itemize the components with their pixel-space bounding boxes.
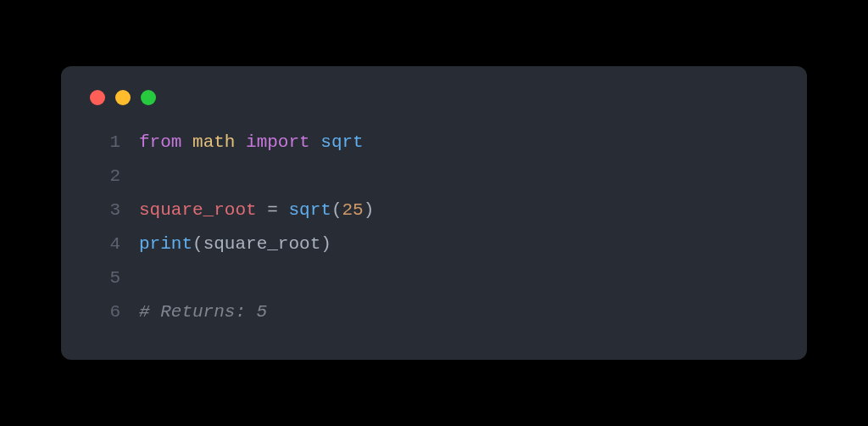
code-token: ) — [364, 200, 375, 220]
code-line: 5 — [88, 261, 780, 295]
code-line: 4print(square_root) — [88, 227, 780, 261]
line-number: 2 — [88, 160, 120, 193]
code-token: # Returns: 5 — [139, 302, 267, 322]
line-content: print(square_root) — [120, 227, 331, 261]
close-icon[interactable] — [90, 90, 105, 105]
line-number: 3 — [88, 193, 120, 227]
code-token: math — [192, 132, 235, 152]
code-editor-window: 1from math import sqrt2 3square_root = s… — [61, 66, 807, 359]
code-token: import — [246, 132, 310, 152]
minimize-icon[interactable] — [115, 90, 131, 105]
line-content: square_root = sqrt(25) — [120, 193, 374, 227]
code-token: print — [139, 234, 192, 254]
line-number: 4 — [88, 227, 120, 261]
code-token: square_root — [203, 234, 321, 254]
line-number: 6 — [88, 295, 120, 329]
code-area: 1from math import sqrt2 3square_root = s… — [88, 126, 780, 328]
code-token: ( — [331, 200, 342, 220]
code-token — [310, 132, 321, 152]
code-line: 2 — [88, 160, 780, 193]
code-token: sqrt — [320, 132, 363, 152]
code-token: from — [139, 132, 181, 152]
code-line: 1from math import sqrt — [88, 126, 780, 160]
code-token: 25 — [342, 200, 363, 220]
code-line: 3square_root = sqrt(25) — [88, 193, 780, 227]
line-number: 1 — [88, 126, 120, 160]
traffic-lights — [90, 90, 780, 105]
line-number: 5 — [88, 261, 120, 295]
line-content: # Returns: 5 — [120, 295, 267, 329]
line-content — [120, 261, 150, 295]
code-token: ( — [192, 234, 203, 254]
code-token: square_root — [139, 200, 257, 220]
code-token — [235, 132, 246, 152]
code-token: ) — [320, 234, 331, 254]
code-token — [278, 200, 289, 220]
code-token — [257, 200, 268, 220]
code-token — [181, 132, 192, 152]
line-content: from math import sqrt — [120, 126, 364, 160]
zoom-icon[interactable] — [141, 90, 156, 105]
line-content — [120, 160, 150, 193]
code-token: = — [267, 200, 278, 220]
code-line: 6# Returns: 5 — [88, 295, 780, 329]
code-token: sqrt — [288, 200, 331, 220]
